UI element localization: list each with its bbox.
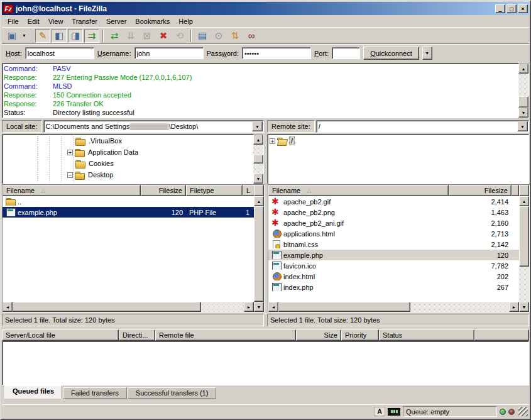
quickconnect-dropdown-icon[interactable]: ▼ [422,47,432,60]
tree-expander-icon[interactable]: + [270,138,275,144]
file-row[interactable]: favicon.ico7,782 [268,260,519,271]
ascii-type-icon: A [374,407,385,416]
toggle-message-log-icon[interactable]: ✎ [35,29,50,43]
tree-item[interactable]: +/ [268,135,528,146]
quickconnect-button[interactable]: Quickconnect [363,47,419,60]
file-row[interactable]: index.php267 [268,282,519,292]
refresh-icon[interactable]: ⇄ [107,29,122,43]
file-row[interactable]: apache_pb2.png1,463 [268,207,519,218]
menu-item-view[interactable]: View [44,16,68,26]
chevron-down-icon[interactable]: ▼ [517,121,528,131]
menu-item-file[interactable]: File [3,16,23,26]
tab-queued-files[interactable]: Queued files [4,385,62,399]
column-header-filesize[interactable]: Filesize [141,185,186,196]
directory-comparison-icon[interactable]: ⊙ [211,29,226,43]
host-field[interactable] [25,47,94,59]
column-header-filetype[interactable]: Filetype [186,185,243,196]
minimize-button[interactable]: _ [495,4,505,13]
column-header-remote-file[interactable]: Remote file [155,329,296,341]
tree-expander-icon[interactable]: + [67,150,73,155]
scroll-thumb[interactable] [519,206,529,267]
local-tree-scrollbar[interactable]: ▲ ▼ [253,135,263,184]
password-field[interactable] [242,47,311,59]
scroll-up-icon[interactable]: ▲ [519,196,529,206]
column-header-priority[interactable]: Priority [341,329,379,341]
file-row[interactable]: index.html202 [268,271,519,282]
close-button[interactable]: × [518,4,528,13]
scroll-thumb[interactable] [518,96,528,108]
tree-item[interactable]: −Desktop [3,169,253,180]
chevron-down-icon[interactable]: ▼ [252,121,263,131]
remote-site-combobox[interactable]: / ▼ [316,120,529,133]
scroll-down-icon[interactable]: ▼ [253,174,263,184]
scroll-thumb[interactable] [253,155,263,163]
scroll-left-icon[interactable]: ◄ [268,302,278,312]
local-path[interactable]: C:\Documents and Settings████████\Deskto… [44,123,252,131]
toggle-transfer-queue-icon[interactable]: ⇉ [84,29,99,43]
menu-item-help[interactable]: Help [174,16,197,26]
column-header-filesize[interactable]: Filesize [449,185,512,196]
scroll-down-icon[interactable]: ▼ [518,108,528,118]
column-header-status[interactable]: Status [379,329,474,341]
tree-item[interactable]: +Application Data [3,146,253,158]
column-header-filename[interactable]: Filename△ [268,185,449,196]
scroll-up-icon[interactable]: ▲ [253,135,263,145]
scroll-up-icon[interactable]: ▲ [518,64,528,74]
local-hscrollbar[interactable]: ◄ ► [3,302,254,312]
menu-item-transfer[interactable]: Transfer [67,16,102,26]
remote-hscrollbar[interactable]: ◄ ► [268,302,519,312]
scroll-down-icon[interactable]: ▼ [254,302,264,312]
file-row[interactable]: apache_pb2.gif2,414 [268,196,519,207]
local-site-label: Local site: [2,120,42,133]
username-field[interactable] [134,47,204,59]
scroll-left-icon[interactable]: ◄ [3,302,13,312]
maximize-button[interactable]: □ [506,4,517,13]
scroll-thumb[interactable] [278,302,410,312]
tab-failed-transfers[interactable]: Failed transfers [63,387,127,399]
menu-item-bookmarks[interactable]: Bookmarks [131,16,174,26]
site-manager-icon[interactable]: ▣ [4,29,19,43]
toggle-remote-tree-icon[interactable]: ◨ [68,29,83,43]
site-manager-dropdown-icon[interactable]: ▼ [20,29,28,43]
file-row[interactable]: apache_pb2_ani.gif2,160 [268,218,519,228]
scroll-down-icon[interactable]: ▼ [519,302,529,312]
file-row[interactable]: .. [3,196,254,207]
scroll-thumb[interactable] [13,302,201,312]
tree-item[interactable]: Cookies [3,158,253,169]
synchronized-browsing-icon[interactable]: ⇅ [227,29,243,43]
tree-item-label[interactable]: Cookies [87,160,115,167]
file-row[interactable]: bitnami.css2,142 [268,239,519,250]
message-log-scrollbar[interactable]: ▲ ▼ [518,64,528,118]
column-header-directi-[interactable]: Directi... [119,329,155,341]
tree-item[interactable]: .VirtualBox [3,135,253,146]
tree-expander-icon[interactable]: − [67,172,73,178]
tree-item-label[interactable]: Desktop [87,171,114,179]
tab-successful-transfers-1-[interactable]: Successful transfers (1) [128,387,217,399]
find-files-icon[interactable]: ∞ [244,29,259,43]
column-header-l[interactable]: L [243,185,254,196]
file-row[interactable]: example.php120PHP File1 [3,207,254,218]
resize-grip[interactable] [518,407,528,416]
remote-path[interactable]: / [317,123,517,130]
toggle-local-tree-icon[interactable]: ◧ [52,29,67,43]
scroll-up-icon[interactable]: ▲ [254,196,264,206]
file-row[interactable]: applications.html2,713 [268,228,519,239]
scroll-right-icon[interactable]: ► [244,302,254,312]
local-site-combobox[interactable]: C:\Documents and Settings████████\Deskto… [43,120,264,133]
tree-item-label[interactable]: Application Data [87,148,140,156]
tree-item-label[interactable]: .VirtualBox [87,137,123,145]
column-header-size[interactable]: Size [296,329,341,341]
filter-icon[interactable]: ▤ [195,29,210,43]
column-header-server-local-file[interactable]: Server/Local file [2,329,119,341]
file-row[interactable]: example.php120 [268,250,519,260]
menu-item-server[interactable]: Server [102,16,131,26]
remote-vscrollbar[interactable]: ▲ ▼ [519,196,529,312]
port-field[interactable] [332,47,360,59]
menu-item-edit[interactable]: Edit [23,16,44,26]
local-vscrollbar[interactable]: ▲ ▼ [254,196,264,312]
column-header-filename[interactable]: Filename△ [3,185,141,196]
scroll-thumb[interactable] [254,206,264,302]
disconnect-icon[interactable]: ✖ [156,29,171,43]
tree-item-label[interactable]: / [289,136,295,145]
scroll-right-icon[interactable]: ► [509,302,519,312]
